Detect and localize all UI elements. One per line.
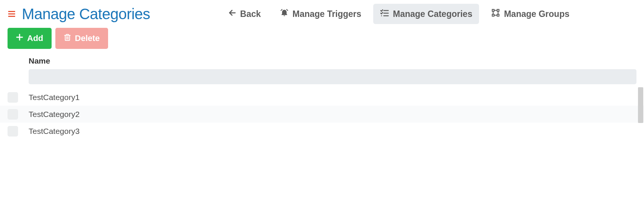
svg-rect-8 xyxy=(492,9,494,11)
vertical-scrollbar[interactable] xyxy=(638,87,643,123)
nav-groups[interactable]: Manage Groups xyxy=(484,4,576,24)
table-body: TestCategory1 TestCategory2 TestCategory… xyxy=(0,89,644,140)
add-button[interactable]: Add xyxy=(8,28,52,49)
row-checkbox[interactable] xyxy=(8,126,18,137)
filter-row xyxy=(8,69,636,89)
row-name: TestCategory2 xyxy=(29,110,79,119)
header: Manage Categories Back Manage Triggers xyxy=(0,0,644,24)
table-row[interactable]: TestCategory3 xyxy=(0,123,644,140)
toolbar: Add Delete xyxy=(0,24,644,54)
list-check-icon xyxy=(380,8,389,20)
top-nav: Back Manage Triggers xyxy=(221,4,636,24)
bell-icon xyxy=(280,8,289,20)
row-name: TestCategory3 xyxy=(29,127,79,136)
svg-rect-10 xyxy=(492,14,494,16)
svg-rect-11 xyxy=(497,14,499,16)
delete-button[interactable]: Delete xyxy=(55,28,108,49)
nav-triggers[interactable]: Manage Triggers xyxy=(273,4,368,24)
nav-back-label: Back xyxy=(240,9,261,19)
row-checkbox[interactable] xyxy=(8,92,18,103)
group-icon xyxy=(491,8,500,20)
trash-icon xyxy=(64,33,71,44)
nav-groups-label: Manage Groups xyxy=(504,9,569,19)
categories-table: Name TestCategory1 TestCategory2 xyxy=(0,54,644,140)
nav-triggers-label: Manage Triggers xyxy=(293,9,362,19)
nav-back[interactable]: Back xyxy=(221,4,268,24)
row-checkbox[interactable] xyxy=(8,109,18,120)
table-row[interactable]: TestCategory1 xyxy=(0,89,644,106)
back-arrow-icon xyxy=(228,9,237,19)
add-button-label: Add xyxy=(27,33,43,43)
table-row[interactable]: TestCategory2 xyxy=(0,106,644,123)
nav-categories-label: Manage Categories xyxy=(393,9,472,19)
table-header: Name xyxy=(8,54,636,69)
hamburger-icon[interactable] xyxy=(8,10,16,18)
row-name: TestCategory1 xyxy=(29,93,79,102)
nav-categories[interactable]: Manage Categories xyxy=(373,4,479,24)
svg-rect-9 xyxy=(497,9,499,11)
name-filter-input[interactable] xyxy=(29,69,636,84)
delete-button-label: Delete xyxy=(75,33,100,43)
column-header-name[interactable]: Name xyxy=(29,56,50,65)
page-title: Manage Categories xyxy=(22,6,150,23)
plus-icon xyxy=(16,33,23,43)
